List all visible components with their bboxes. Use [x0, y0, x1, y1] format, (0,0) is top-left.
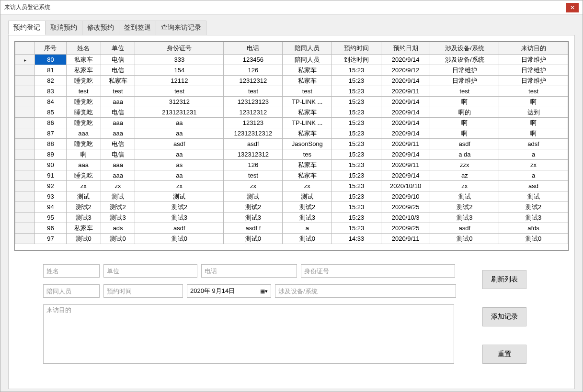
table-cell[interactable]: aaa — [101, 170, 135, 181]
table-cell[interactable]: 日常维护 — [430, 65, 499, 76]
row-header[interactable] — [15, 181, 35, 191]
table-cell[interactable]: 测试 — [283, 191, 332, 202]
table-cell[interactable]: 2020/9/14 — [381, 128, 430, 139]
table-cell[interactable]: aaa — [66, 128, 101, 139]
table-cell[interactable]: a — [499, 149, 568, 160]
add-button[interactable]: 添加记录 — [482, 307, 526, 326]
row-header[interactable] — [15, 118, 35, 128]
row-header[interactable] — [15, 107, 35, 118]
table-row[interactable]: 92zxzxzxzxzx15:232020/10/10zxasd — [15, 181, 568, 191]
table-cell[interactable]: 2020/9/14 — [381, 107, 430, 118]
table-cell[interactable]: 15:23 — [332, 65, 381, 76]
table-cell[interactable]: 123123123 — [224, 97, 283, 107]
table-cell[interactable]: 测试2 — [101, 202, 135, 213]
table-cell[interactable]: asdf — [135, 139, 224, 149]
table-cell[interactable]: 啊 — [499, 128, 568, 139]
table-cell[interactable]: 12312312312 — [224, 128, 283, 139]
table-cell[interactable]: asdf f — [224, 223, 283, 234]
table-cell[interactable]: 啊 — [499, 97, 568, 107]
table-cell[interactable]: 82 — [35, 76, 67, 86]
column-header[interactable]: 单位 — [101, 42, 135, 55]
table-row[interactable]: 82睡觉吃私家车1211212312312私家车15:232020/9/14日常… — [15, 76, 568, 86]
purpose-field[interactable] — [43, 304, 454, 364]
table-cell[interactable]: 测试2 — [224, 202, 283, 213]
table-cell[interactable]: 啊 — [430, 128, 499, 139]
table-cell[interactable]: test — [283, 86, 332, 97]
table-cell[interactable]: 90 — [35, 160, 67, 170]
table-cell[interactable]: 95 — [35, 213, 67, 223]
table-cell[interactable]: 电信 — [101, 149, 135, 160]
column-header[interactable]: 陪同人员 — [283, 42, 332, 55]
table-cell[interactable]: 15:23 — [332, 181, 381, 191]
table-cell[interactable]: 测试 — [224, 191, 283, 202]
table-cell[interactable]: 测试 — [101, 191, 135, 202]
table-cell[interactable]: 2131231231 — [135, 107, 224, 118]
table-cell[interactable]: 14:33 — [332, 234, 381, 244]
row-header[interactable] — [15, 202, 35, 213]
tab-checkin[interactable]: 签到签退 — [119, 21, 156, 35]
tab-register[interactable]: 预约登记 — [8, 21, 46, 35]
table-cell[interactable]: 12312312 — [224, 76, 283, 86]
table-cell[interactable]: asdf — [224, 139, 283, 149]
row-header[interactable] — [15, 76, 35, 86]
row-header[interactable] — [15, 139, 35, 149]
table-cell[interactable]: 2020/9/14 — [381, 170, 430, 181]
table-cell[interactable]: aaa — [101, 160, 135, 170]
data-grid[interactable]: 序号姓名单位身份证号电话陪同人员预约时间预约日期涉及设备/系统来访目的80私家车… — [14, 41, 569, 251]
column-header[interactable]: 来访目的 — [499, 42, 568, 55]
table-cell[interactable]: 15:23 — [332, 97, 381, 107]
column-header[interactable]: 电话 — [224, 42, 283, 55]
table-cell[interactable]: 2020/9/11 — [381, 160, 430, 170]
row-header[interactable] — [15, 170, 35, 181]
table-cell[interactable]: TP-LINK ... — [283, 97, 332, 107]
unit-field[interactable] — [103, 264, 197, 278]
table-cell[interactable]: 睡觉吃 — [66, 139, 101, 149]
table-cell[interactable]: 15:23 — [332, 139, 381, 149]
table-cell[interactable]: test — [135, 86, 224, 97]
table-row[interactable]: 93测试测试测试测试测试15:232020/9/10测试测试 — [15, 191, 568, 202]
tab-cancel[interactable]: 取消预约 — [46, 21, 82, 35]
table-cell[interactable]: ads — [101, 223, 135, 234]
table-cell[interactable]: 97 — [35, 234, 67, 244]
table-cell[interactable]: 测试3 — [135, 213, 224, 223]
table-row[interactable]: 95测试3测试3测试3测试3测试315:232020/10/3测试3测试3 — [15, 213, 568, 223]
table-cell[interactable]: 2020/9/12 — [381, 65, 430, 76]
table-cell[interactable]: 12112 — [135, 76, 224, 86]
row-header[interactable] — [15, 97, 35, 107]
table-cell[interactable]: zx — [499, 160, 568, 170]
table-cell[interactable]: test — [430, 86, 499, 97]
row-header[interactable] — [15, 160, 35, 170]
table-cell[interactable]: 电信 — [101, 107, 135, 118]
table-cell[interactable]: as — [135, 160, 224, 170]
table-cell[interactable]: 测试2 — [430, 202, 499, 213]
table-cell[interactable]: 12312312 — [224, 107, 283, 118]
table-cell[interactable]: 15:23 — [332, 170, 381, 181]
table-cell[interactable]: a — [283, 223, 332, 234]
table-cell[interactable]: 测试0 — [101, 234, 135, 244]
table-cell[interactable]: 2020/9/14 — [381, 97, 430, 107]
table-cell[interactable]: 15:23 — [332, 76, 381, 86]
table-row[interactable]: 86睡觉吃aaaaa123123TP-LINK ...15:232020/9/1… — [15, 118, 568, 128]
column-header[interactable]: 预约日期 — [381, 42, 430, 55]
table-cell[interactable]: 睡觉吃 — [66, 97, 101, 107]
table-cell[interactable]: aaa — [101, 118, 135, 128]
table-cell[interactable]: 92 — [35, 181, 67, 191]
column-header[interactable]: 涉及设备/系统 — [430, 42, 499, 55]
refresh-button[interactable]: 刷新列表 — [482, 270, 526, 289]
column-header[interactable]: 序号 — [35, 42, 67, 55]
table-cell[interactable]: 测试2 — [283, 202, 332, 213]
row-header[interactable] — [15, 55, 35, 65]
table-cell[interactable]: aa — [135, 149, 224, 160]
table-cell[interactable]: 15:23 — [332, 118, 381, 128]
table-cell[interactable]: a — [499, 170, 568, 181]
tab-modify[interactable]: 修改预约 — [82, 21, 119, 35]
table-cell[interactable]: 测试 — [66, 191, 101, 202]
table-cell[interactable]: 126 — [224, 65, 283, 76]
table-cell[interactable]: 涉及设备/系统 — [430, 55, 499, 65]
table-cell[interactable]: 81 — [35, 65, 67, 76]
table-cell[interactable]: 睡觉吃 — [66, 118, 101, 128]
table-cell[interactable]: aa — [135, 128, 224, 139]
row-header[interactable] — [15, 65, 35, 76]
table-cell[interactable]: 私家车 — [283, 65, 332, 76]
table-cell[interactable]: 啊的 — [430, 107, 499, 118]
